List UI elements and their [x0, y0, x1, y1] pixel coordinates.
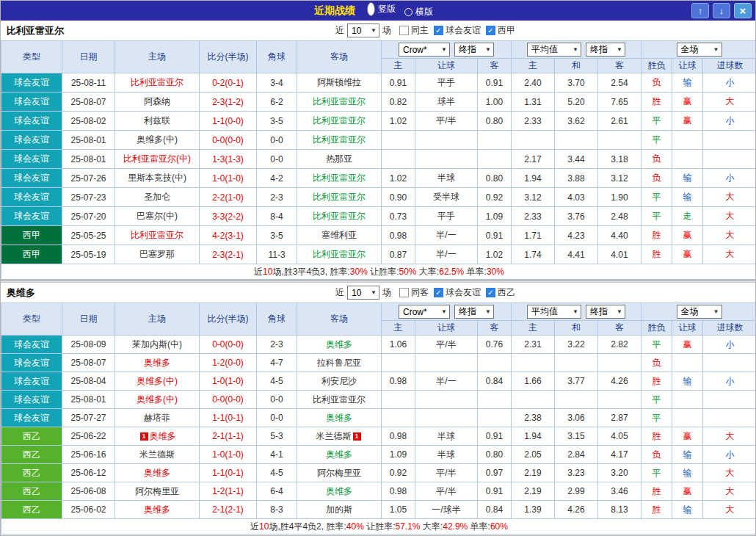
euro-stage-select[interactable]: 终指▼ — [586, 305, 625, 319]
league-type-cell: 球会友谊 — [1, 112, 62, 131]
asia-handicap-cell: 半/一 — [415, 245, 478, 264]
league-type-cell: 球会友谊 — [1, 336, 62, 354]
scroll-up-button[interactable]: ↑ — [691, 3, 709, 18]
filter-checkbox-same-home[interactable]: 同主 — [399, 24, 429, 37]
games-label: 场 — [382, 24, 391, 37]
date-cell: 25-08-07 — [62, 354, 115, 372]
checkbox-label: 西甲 — [498, 24, 515, 37]
recent-count-select[interactable]: 10▼ — [347, 23, 379, 37]
euro-company-select[interactable]: 平均值▼ — [527, 43, 581, 57]
checkbox-icon[interactable]: ✓ — [486, 288, 495, 297]
filter-checkbox-same-away[interactable]: 同客 — [399, 286, 429, 299]
score-cell: 1-0(1-0) — [200, 372, 257, 391]
asia-company-select[interactable]: Crow*▼ — [399, 305, 450, 319]
euro-home-odds-cell: 1.31 — [512, 93, 555, 112]
away-team-cell: 利安尼沙 — [297, 372, 382, 391]
scroll-down-button[interactable]: ↓ — [713, 3, 730, 18]
column-header: 比分(半场) — [200, 303, 257, 336]
team-name-text: 比利亚雷亚尔 — [313, 211, 366, 221]
team-name-text: 里斯本竞技(中) — [128, 173, 186, 183]
checkbox-icon[interactable]: ✓ — [486, 26, 495, 35]
league-type-cell: 球会友谊 — [1, 150, 62, 169]
team-name-text: 利安尼沙 — [321, 376, 357, 386]
close-button[interactable]: × — [734, 3, 752, 18]
euro-draw-odds-cell: 3.22 — [555, 336, 598, 354]
corners-cell: 8-4 — [257, 207, 297, 226]
date-cell: 25-08-01 — [62, 391, 115, 409]
asia-handicap-cell — [415, 409, 478, 427]
filter-checkbox-league[interactable]: ✓西乙 — [486, 286, 515, 299]
corners-cell: 6-4 — [257, 482, 297, 501]
result-cell: 平 — [641, 112, 672, 131]
team-name-text: 比利亚雷亚尔(中) — [123, 153, 191, 164]
checkbox-icon[interactable] — [399, 26, 409, 35]
euro-draw-odds-cell: 3.88 — [555, 169, 598, 188]
away-team-cell: 比利亚雷亚尔 — [297, 207, 382, 226]
corners-cell: 4-5 — [257, 464, 297, 482]
sub-column-header: 主 — [512, 321, 555, 336]
asia-home-odds-cell: 0.90 — [382, 188, 415, 207]
corners-cell: 3-5 — [257, 226, 297, 245]
asia-home-odds-cell: 0.87 — [382, 245, 415, 264]
asia-home-odds-cell: 1.02 — [382, 112, 415, 131]
filter-checkbox-club-friendly[interactable]: ✓球会友谊 — [434, 286, 481, 299]
scope-select[interactable]: 全场▼ — [677, 43, 722, 57]
handicap-result-cell: 输 — [672, 73, 703, 93]
sub-column-header: 和 — [555, 321, 598, 336]
score-cell: 2-3(1-2) — [200, 93, 257, 112]
asia-company-select[interactable]: Crow*▼ — [399, 43, 450, 57]
team-name: 奥维多 — [1, 286, 35, 300]
radio-dot-icon — [404, 8, 412, 16]
checkbox-icon[interactable]: ✓ — [434, 288, 443, 297]
league-type-cell: 球会友谊 — [1, 169, 62, 188]
result-cell: 平 — [641, 131, 672, 150]
summary-segment: 42.9% — [443, 521, 468, 532]
team-name-text: 比利亚雷亚尔 — [313, 115, 366, 126]
euro-home-odds-cell: 1.66 — [512, 372, 555, 391]
asia-stage-select[interactable]: 终指▼ — [454, 305, 494, 319]
handicap-result-cell — [672, 131, 703, 150]
scope-select[interactable]: 全场▼ — [677, 305, 722, 319]
view-mode-radio-horizontal[interactable]: 横版 — [404, 6, 433, 18]
column-header: 日期 — [62, 303, 115, 336]
recent-results-panel: 近期战绩 竖版横版 ↑ ↓ × 比利亚雷亚尔近10▼场同主✓球会友谊✓西甲类型日… — [0, 0, 756, 536]
euro-stage-select[interactable]: 终指▼ — [586, 43, 625, 57]
home-team-cell: 阿森纳 — [115, 93, 200, 112]
team-name-text: 阿尔梅里亚 — [317, 468, 361, 478]
score-cell: 2-3(2-1) — [200, 245, 257, 264]
asia-stage-select[interactable]: 终指▼ — [454, 43, 494, 57]
asia-home-odds-cell: 0.98 — [382, 226, 415, 245]
asia-stage-select-value: 终指 — [459, 305, 476, 318]
euro-away-odds-cell: 4.40 — [598, 226, 641, 245]
chevron-down-icon: ▼ — [573, 46, 578, 53]
date-cell: 25-05-25 — [62, 226, 115, 245]
team-name-text: 热那亚 — [326, 153, 352, 164]
view-mode-radio-vertical[interactable]: 竖版 — [367, 2, 396, 16]
away-team-cell: 加的斯 — [297, 501, 382, 519]
asia-away-odds-cell: 0.84 — [478, 501, 512, 519]
date-cell: 25-08-02 — [62, 112, 115, 131]
checkbox-icon[interactable] — [399, 288, 409, 297]
filter-checkbox-club-friendly[interactable]: ✓球会友谊 — [434, 24, 481, 37]
corners-cell: 5-3 — [257, 427, 297, 446]
team-name-text: 阿森纳 — [144, 96, 170, 106]
euro-home-odds-cell — [512, 354, 555, 372]
asia-away-odds-cell — [478, 131, 512, 150]
table-row: 西乙25-06-221奥维多2-1(1-1)5-3米兰德斯10.98半球0.91… — [1, 427, 756, 446]
team-name-text: 比利亚雷亚尔 — [313, 394, 366, 405]
team-name-text: 奥维多(中) — [137, 394, 178, 405]
result-cell: 胜 — [641, 501, 672, 519]
date-cell: 25-06-16 — [62, 446, 115, 464]
view-mode-radios: 竖版横版 — [367, 2, 442, 19]
table-row: 西甲25-05-25比利亚雷亚尔4-2(3-1)3-5塞维利亚0.98半/一0.… — [1, 226, 756, 245]
filter-checkbox-league[interactable]: ✓西甲 — [486, 24, 515, 37]
asia-home-odds-cell: 0.73 — [382, 207, 415, 226]
away-team-cell: 奥维多 — [297, 482, 382, 501]
away-team-cell: 阿尔梅里亚 — [297, 464, 382, 482]
table-row: 球会友谊25-08-01比利亚雷亚尔(中)1-3(1-3)0-0热那亚2.173… — [1, 150, 756, 169]
checkbox-label: 同主 — [411, 24, 429, 37]
euro-company-select[interactable]: 平均值▼ — [527, 305, 581, 319]
team-name-text: 米兰德斯 — [316, 431, 352, 441]
checkbox-icon[interactable]: ✓ — [434, 26, 443, 35]
recent-count-select[interactable]: 10▼ — [347, 286, 379, 300]
